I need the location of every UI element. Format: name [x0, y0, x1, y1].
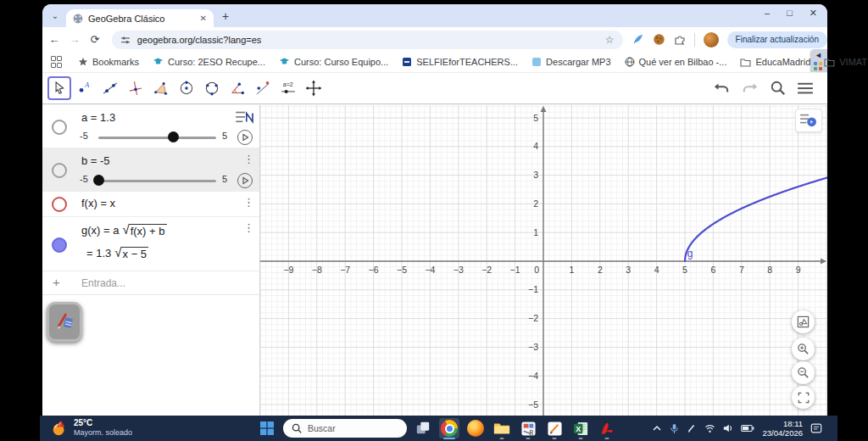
algebra-row-a[interactable]: a = 1.3 -5 5: [42, 105, 259, 148]
taskbar-app-firefox[interactable]: [465, 418, 486, 438]
tab-geogebra[interactable]: GeoGebra Clásico ✕: [66, 9, 214, 27]
tool-angle[interactable]: [225, 76, 249, 100]
tool-circle[interactable]: [175, 76, 198, 100]
update-chrome-chip[interactable]: Finalizar actualización: [727, 31, 827, 48]
zoom-in-button[interactable]: [792, 338, 815, 360]
reload-button[interactable]: ⟳: [86, 33, 103, 46]
microphone-icon[interactable]: [670, 423, 679, 434]
forward-button[interactable]: →: [66, 33, 83, 46]
undo-icon[interactable]: [712, 81, 731, 96]
tool-perpendicular-line[interactable]: [124, 76, 147, 100]
battery-icon[interactable]: [741, 424, 754, 433]
svg-text:−6: −6: [369, 265, 379, 275]
move-view-icon: [304, 79, 323, 98]
algebra-row-g[interactable]: g(x) = a √ f(x) + b = 1.3 √ x − 5 ⋮: [42, 217, 259, 271]
geogebra-content: a = 1.3 -5 5 b = -5 -5 5 ⋮: [42, 105, 827, 416]
taskbar-search[interactable]: Buscar: [283, 419, 407, 438]
start-button[interactable]: [257, 418, 277, 438]
bookmark-item[interactable]: Qué ver en Bilbao -...: [625, 57, 727, 67]
tab-close-icon[interactable]: ✕: [200, 14, 207, 23]
input-placeholder[interactable]: Entrada...: [81, 277, 125, 289]
search-icon[interactable]: [770, 80, 787, 97]
tab-search-chevron-icon[interactable]: ⌄: [49, 10, 61, 22]
extensions-puzzle-icon[interactable]: [674, 34, 686, 46]
taskbar-app-chrome[interactable]: [439, 418, 459, 438]
add-input-icon[interactable]: +: [53, 275, 60, 289]
bookmark-item[interactable]: SELFIEforTEACHERS...: [402, 57, 518, 67]
back-button[interactable]: ←: [46, 33, 63, 46]
cookie-extension-icon[interactable]: [653, 33, 665, 46]
tray-chevron-icon[interactable]: [652, 424, 662, 433]
row-menu-g[interactable]: ⋮: [243, 221, 254, 234]
tool-conic[interactable]: [200, 76, 224, 100]
move-cursor-icon: [50, 79, 69, 98]
visibility-toggle-a[interactable]: [52, 120, 67, 135]
taskbar-app-file-explorer[interactable]: [492, 418, 512, 438]
slider-track-b[interactable]: [98, 180, 216, 182]
slider-handle-b[interactable]: [93, 175, 104, 186]
row-menu-f[interactable]: ⋮: [243, 196, 254, 209]
animate-button-b[interactable]: [237, 173, 253, 188]
tool-slider[interactable]: a=2: [276, 76, 300, 100]
bookmark-item[interactable]: Bookmarks: [78, 57, 139, 67]
row-menu-b[interactable]: ⋮: [243, 153, 254, 165]
volume-icon[interactable]: [723, 423, 733, 433]
taskbar-app-acrobat[interactable]: [597, 418, 617, 438]
visibility-toggle-b[interactable]: [52, 163, 67, 178]
new-tab-button[interactable]: +: [222, 10, 229, 22]
notifications-icon[interactable]: [810, 422, 822, 434]
taskbar-app-excel[interactable]: X: [570, 418, 591, 438]
zoom-out-icon: [797, 366, 810, 379]
bookmark-item[interactable]: VIMAT: [824, 57, 867, 67]
feather-extension-icon[interactable]: [632, 33, 644, 46]
pen-icon[interactable]: [687, 423, 697, 433]
fullscreen-button[interactable]: [792, 386, 815, 409]
point-icon: A: [75, 79, 94, 98]
animate-button-a[interactable]: [237, 130, 253, 145]
graph-canvas[interactable]: −9−8−7−6−5−4−3−2−10123456789−5−4−3−2−112…: [260, 105, 827, 416]
bookmark-item[interactable]: Curso: 2ESO Recupe...: [153, 57, 265, 67]
tool-move[interactable]: [47, 76, 71, 100]
svg-text:4: 4: [654, 265, 659, 275]
zoom-out-button[interactable]: [792, 361, 815, 384]
bookmark-item[interactable]: Curso: Curso Equipo...: [279, 57, 388, 67]
hamburger-menu-icon[interactable]: [797, 81, 814, 95]
svg-text:!: !: [59, 421, 61, 427]
visibility-toggle-f[interactable]: [52, 197, 67, 212]
algebra-input-row[interactable]: + Entrada...: [42, 271, 259, 295]
tool-reflect-about-line[interactable]: [251, 76, 275, 100]
tool-polygon[interactable]: [149, 76, 173, 100]
close-button[interactable]: ✕: [810, 8, 817, 19]
algebra-style-button[interactable]: [232, 107, 258, 127]
redo-icon[interactable]: [741, 81, 760, 96]
visibility-toggle-g[interactable]: [52, 237, 67, 253]
floating-pen-widget[interactable]: [47, 302, 82, 342]
tool-move-graphics-view[interactable]: [302, 76, 326, 100]
clock-widget[interactable]: 18:11 23/04/2026: [762, 419, 803, 438]
search-icon: [292, 423, 302, 433]
minimize-button[interactable]: –: [765, 8, 770, 19]
show-all-objects-button[interactable]: [792, 310, 815, 333]
taskbar-app-notes[interactable]: [544, 418, 565, 438]
lightblue-site-icon: [531, 57, 542, 67]
graphics-view[interactable]: −9−8−7−6−5−4−3−2−10123456789−5−4−3−2−112…: [260, 105, 827, 416]
profile-avatar[interactable]: [704, 32, 719, 47]
chrome-icon: [441, 420, 458, 437]
bookmark-item[interactable]: EducaMadrid: [740, 57, 810, 67]
tool-line[interactable]: [98, 76, 122, 100]
bookmark-star-icon[interactable]: ☆: [605, 34, 615, 46]
slider-track-a[interactable]: [98, 137, 216, 139]
taskbar-app-snipping-tool[interactable]: [518, 418, 538, 438]
apps-grid-icon[interactable]: [51, 56, 61, 68]
weather-widget[interactable]: ! 25°C Mayorm. soleado: [50, 418, 132, 438]
algebra-row-f[interactable]: f(x) = x ⋮: [42, 192, 259, 217]
graphics-stylebar-button[interactable]: [795, 109, 822, 132]
maximize-button[interactable]: □: [787, 8, 793, 19]
task-view-button[interactable]: [413, 418, 433, 438]
tool-point[interactable]: A: [73, 76, 97, 100]
algebra-row-b[interactable]: b = -5 -5 5 ⋮: [42, 148, 259, 192]
address-bar[interactable]: geogebra.org/classic?lang=es ☆: [112, 31, 623, 49]
slider-handle-a[interactable]: [168, 131, 179, 142]
bookmark-item[interactable]: Descargar MP3: [531, 57, 610, 67]
wifi-icon[interactable]: [704, 424, 715, 433]
